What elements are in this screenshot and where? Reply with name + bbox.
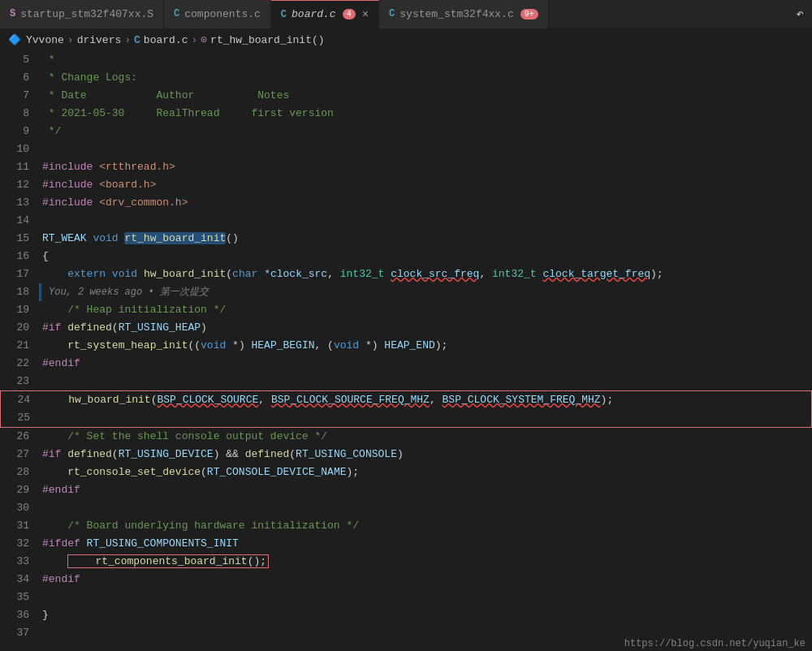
breadcrumb-board[interactable]: board.c [144,34,188,46]
code-line-33: 33 rt_components_board_init(); [0,553,812,571]
line-content: rt_system_heap_init((void *) HEAP_BEGIN,… [39,337,812,355]
line-number: 5 [0,51,39,69]
code-line-22: 22#endif [0,355,812,373]
git-blame-text: You, 2 weeks ago • 第一次提交 [49,287,209,298]
code-line-34: 34#endif [0,571,812,588]
line-number: 10 [0,140,39,158]
line-number: 20 [0,319,39,337]
line-content: hw_board_init(BSP_CLOCK_SOURCE, BSP_CLOC… [40,391,811,409]
components-lang-icon: C [174,8,179,19]
line-content: #if defined(RT_USING_DEVICE) && defined(… [39,446,812,463]
code-line-5: 5 * [0,51,812,69]
line-content: /* Heap initialization */ [39,301,812,319]
code-line-17: 17 extern void hw_board_init(char *clock… [0,265,812,283]
line-number: 24 [1,391,40,409]
line-number: 17 [0,265,39,283]
code-line-12: 12#include <board.h> [0,176,812,194]
code-line-31: 31 /* Board underlying hardware initiali… [0,517,812,535]
code-line-14: 14 [0,212,812,230]
tab-system[interactable]: C system_stm32f4xx.c 9+ [379,0,549,28]
board-lang-icon: C [281,9,287,20]
code-line-24: 24 hw_board_init(BSP_CLOCK_SOURCE, BSP_C… [0,390,812,409]
line-content: extern void hw_board_init(char *clock_sr… [39,265,812,283]
code-line-23: 23 [0,373,812,390]
line-number: 18 [0,283,39,301]
line-content: */ [39,123,812,140]
breadcrumb-root[interactable]: Yvvone [26,34,64,46]
code-line-28: 28 rt_console_set_device(RT_CONSOLE_DEVI… [0,463,812,481]
line-content: #include <drv_common.h> [39,194,812,212]
line-content: #if defined(RT_USING_HEAP) [39,319,812,337]
code-line-13: 13#include <drv_common.h> [0,194,812,212]
code-line-26: 26 /* Set the shell console output devic… [0,428,812,446]
line-number: 32 [0,535,39,553]
line-content: rt_components_board_init(); [39,553,812,571]
line-number: 9 [0,123,39,140]
breadcrumb-drivers[interactable]: drivers [77,34,122,46]
tab-system-badge: 9+ [520,9,538,19]
tab-board-label: board.c [292,8,336,20]
line-number: 11 [0,158,39,176]
code-line-25: 25 [0,409,812,428]
code-line-27: 27#if defined(RT_USING_DEVICE) && define… [0,446,812,463]
line-number: 14 [0,212,39,230]
code-line-35: 35 [0,588,812,606]
git-blame-bar [39,283,41,301]
line-number: 15 [0,230,39,248]
code-line-11: 11#include <rtthread.h> [0,158,812,176]
code-line-15: 15RT_WEAK void rt_hw_board_init() [0,230,812,248]
line-content: RT_WEAK void rt_hw_board_init() [39,230,812,248]
line-content: } [39,606,812,624]
line-content: rt_console_set_device(RT_CONSOLE_DEVICE_… [39,463,812,481]
line-number: 19 [0,301,39,319]
tab-board-badge: 4 [343,9,356,19]
yvvone-icon: 🔷 [8,33,21,46]
tab-startup[interactable]: S startup_stm32f407xx.S [0,0,164,28]
tab-board-close[interactable]: × [362,8,369,21]
code-line-16: 16{ [0,248,812,265]
code-line-32: 32#ifdef RT_USING_COMPONENTS_INIT [0,535,812,553]
line-number: 30 [0,499,39,517]
line-number: 21 [0,337,39,355]
system-lang-icon: C [389,8,395,19]
breadcrumb: 🔷 Yvvone › drivers › C board.c › ⊙ rt_hw… [0,28,812,51]
line-content: #endif [39,571,812,588]
breadcrumb-func[interactable]: rt_hw_board_init() [210,34,324,46]
line-content: #include <rtthread.h> [39,158,812,176]
line-content: You, 2 weeks ago • 第一次提交 [39,283,812,301]
code-line-18: 18You, 2 weeks ago • 第一次提交 [0,283,812,301]
tab-startup-label: startup_stm32f407xx.S [20,8,153,20]
code-area: 5 * 6 * Change Logs:7 * Date Author Note… [0,51,812,651]
line-number: 23 [0,373,39,390]
tab-components[interactable]: C components.c [164,0,271,28]
line-number: 37 [0,624,39,642]
code-line-10: 10 [0,140,812,158]
line-number: 6 [0,69,39,87]
code-line-9: 9 */ [0,123,812,140]
breadcrumb-c-icon: C [134,34,140,46]
line-number: 31 [0,517,39,535]
line-number: 33 [0,553,39,571]
line-content: /* Set the shell console output device *… [39,428,812,446]
code-line-20: 20#if defined(RT_USING_HEAP) [0,319,812,337]
code-line-36: 36} [0,606,812,624]
breadcrumb-func-icon: ⊙ [201,33,207,46]
line-content: #include <board.h> [39,176,812,194]
tab-system-label: system_stm32f4xx.c [400,8,513,20]
line-number: 28 [0,463,39,481]
tab-board[interactable]: C board.c 4 × [271,0,379,28]
line-number: 16 [0,248,39,265]
line-number: 34 [0,571,39,588]
code-line-6: 6 * Change Logs: [0,69,812,87]
line-number: 7 [0,87,39,105]
code-line-21: 21 rt_system_heap_init((void *) HEAP_BEG… [0,337,812,355]
line-number: 36 [0,606,39,624]
code-line-7: 7 * Date Author Notes [0,87,812,105]
line-number: 13 [0,194,39,212]
line-number: 22 [0,355,39,373]
history-button[interactable]: ↶ [788,6,812,22]
tab-bar: S startup_stm32f407xx.S C components.c C… [0,0,812,28]
line-number: 29 [0,481,39,499]
code-line-30: 30 [0,499,812,517]
line-content: { [39,248,812,265]
